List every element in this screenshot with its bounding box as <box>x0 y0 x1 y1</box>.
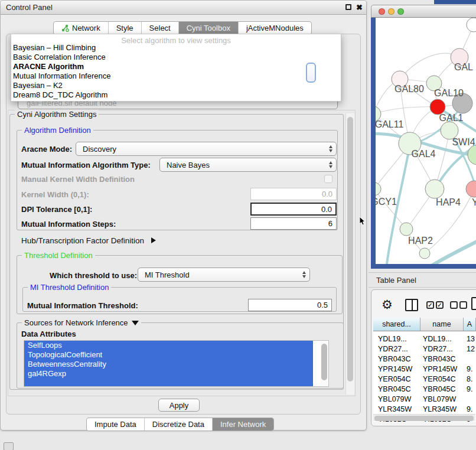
table-cell[interactable]: YDR27... <box>423 345 453 353</box>
algorithm-option[interactable]: ARACNE Algorithm <box>13 62 84 71</box>
settings-scrollbar-thumb[interactable] <box>347 117 353 381</box>
table-cell[interactable]: 13 <box>467 335 475 343</box>
table-cell[interactable]: YBR043C <box>378 355 411 363</box>
algorithm-option[interactable]: Basic Correlation Inference <box>13 53 106 61</box>
algorithm-dropdown-list[interactable]: Select algorithm to view settings Bayesi… <box>11 34 341 102</box>
network-canvas[interactable]: GALGAL80GAL10GAL1GAL11SWI4GAL4GCY1HAP4YH… <box>376 18 476 264</box>
node-label: HAP4 <box>436 197 461 207</box>
which-threshold-combo[interactable]: MI Threshold <box>138 268 310 282</box>
hub-definition-section[interactable]: Hub/Transcription Factor Definition <box>21 236 156 245</box>
unchecked-column-icon[interactable] <box>459 301 467 309</box>
scrollbar-thumb[interactable] <box>321 344 327 380</box>
algorithm-option[interactable]: Dream8 DC_TDC Algorithm <box>13 90 107 99</box>
table-cell[interactable]: YBR045C <box>423 385 456 393</box>
tab-cyni-toolbox[interactable]: Cyni Toolbox <box>179 22 239 34</box>
tab-discretize-data[interactable]: Discretize Data <box>145 418 213 431</box>
table-cell[interactable]: YPR145W <box>423 365 457 373</box>
table-panel-titlebar[interactable]: Table Panel <box>369 272 476 288</box>
table-cell[interactable]: 9. <box>467 385 472 393</box>
network-edge-thick[interactable] <box>428 237 476 264</box>
network-node[interactable] <box>425 180 444 198</box>
close-icon[interactable]: ✖ <box>356 4 363 11</box>
table-horizontal-scrollbar[interactable] <box>373 414 475 421</box>
node-table[interactable]: shared...nameAYDL19...YDL19...13YDR27...… <box>373 318 476 422</box>
column-header-name[interactable]: name <box>420 318 464 331</box>
table-scrollbar-thumb[interactable] <box>374 416 474 421</box>
table-cell[interactable]: 8. <box>467 375 472 383</box>
manual-kernel-width-checkbox[interactable] <box>324 175 332 183</box>
mi-threshold-field[interactable]: 0.5 <box>248 299 332 311</box>
mi-steps-field[interactable]: 6 <box>250 217 337 230</box>
table-cell[interactable]: YDL19... <box>378 335 407 343</box>
tab-style[interactable]: Style <box>109 22 142 34</box>
float-icon[interactable] <box>345 4 351 10</box>
which-threshold-value: MI Threshold <box>145 270 190 279</box>
table-cell[interactable]: YPR145W <box>378 365 412 373</box>
zoom-traffic-light-icon[interactable] <box>397 8 404 15</box>
table-cell[interactable]: YLR345W <box>378 405 412 413</box>
tab-select[interactable]: Select <box>142 22 179 34</box>
attribute-item[interactable]: gal4RGexp <box>24 369 313 379</box>
table-cell[interactable]: 9. <box>467 405 472 413</box>
gear-icon[interactable]: ⚙ <box>382 298 393 312</box>
tab-infer-network[interactable]: Infer Network <box>213 418 273 431</box>
page-icon[interactable] <box>471 297 476 310</box>
dpi-tolerance-field[interactable]: 0.0 <box>250 203 337 216</box>
data-attributes-list[interactable]: SelfLoopsTopologicalCoefficientBetweenne… <box>24 340 329 387</box>
network-node[interactable] <box>419 248 430 259</box>
table-cell[interactable]: 12 <box>467 345 475 353</box>
network-node[interactable] <box>466 181 476 197</box>
apply-button[interactable]: Apply <box>158 399 200 412</box>
aracne-mode-combo[interactable]: Discovery <box>76 142 337 156</box>
checked-column-icon[interactable]: ✓ <box>436 301 444 309</box>
tab-impute-data[interactable]: Impute Data <box>87 418 145 431</box>
attribute-list-scrollbar[interactable] <box>320 341 328 386</box>
tab-network[interactable]: Network <box>54 22 109 34</box>
network-node[interactable] <box>376 182 381 195</box>
network-window-titlebar[interactable] <box>371 5 476 18</box>
close-traffic-light-icon[interactable] <box>379 8 385 15</box>
network-node[interactable] <box>468 145 476 165</box>
table-cell[interactable]: YER054C <box>423 375 456 383</box>
table-cell[interactable]: YDL19... <box>423 335 452 343</box>
minimized-panel-icon[interactable] <box>4 442 14 450</box>
column-header-a[interactable]: A <box>464 318 476 331</box>
column-header-shared-[interactable]: shared... <box>373 318 420 331</box>
algorithm-option[interactable]: Bayesian – Hill Climbing <box>13 43 96 52</box>
minimize-traffic-light-icon[interactable] <box>388 8 395 15</box>
chevron-down-icon[interactable] <box>132 321 139 325</box>
attribute-item[interactable]: BetweennessCentrality <box>24 360 313 369</box>
tab-jactivemnodules[interactable]: jActiveMNodules <box>239 22 311 34</box>
checked-column-icon[interactable]: ✓ <box>426 301 434 309</box>
hub-definition-label: Hub/Transcription Factor Definition <box>21 236 144 245</box>
table-cell[interactable]: YBL079W <box>423 395 456 403</box>
algorithm-option[interactable]: Bayesian – K2 <box>13 81 63 90</box>
network-edge[interactable] <box>376 189 406 229</box>
algorithm-option[interactable]: Mutual Information Inference <box>13 71 110 80</box>
mi-algorithm-type-combo[interactable]: Naive Bayes <box>159 158 337 172</box>
control-panel-titlebar[interactable]: Control Panel ✖ <box>1 1 366 15</box>
kernel-width-field[interactable]: 0.0 <box>250 188 337 200</box>
network-node[interactable] <box>467 18 476 32</box>
node-label: SWI4 <box>452 137 475 147</box>
inference-algorithm-combo-stepper[interactable] <box>306 63 316 83</box>
kernel-width-label: Kernel Width (0,1): <box>21 190 89 199</box>
unchecked-column-icon[interactable] <box>450 301 458 309</box>
chevron-right-icon[interactable] <box>151 237 156 243</box>
table-cell[interactable]: YBR043C <box>423 355 456 363</box>
sources-group-title[interactable]: Sources for Network Inference <box>22 318 141 327</box>
settings-scrollbar[interactable] <box>345 113 354 394</box>
network-node[interactable] <box>400 223 413 236</box>
aracne-mode-value: Discovery <box>83 145 116 154</box>
table-cell[interactable]: 9. <box>467 365 472 373</box>
table-cell[interactable]: YLR345W <box>423 405 457 413</box>
table-cell[interactable]: YDR27... <box>378 345 408 353</box>
table-cell[interactable]: YBL079W <box>378 395 411 403</box>
table-cell[interactable]: YBR045C <box>378 385 411 393</box>
table-cell[interactable]: YER054C <box>378 375 411 383</box>
split-view-icon[interactable] <box>405 299 418 311</box>
attribute-item[interactable]: SelfLoops <box>24 341 313 350</box>
attribute-item-partial[interactable] <box>24 379 313 387</box>
which-threshold-label: Which threshold to use: <box>50 271 137 280</box>
attribute-item[interactable]: TopologicalCoefficient <box>24 350 313 360</box>
